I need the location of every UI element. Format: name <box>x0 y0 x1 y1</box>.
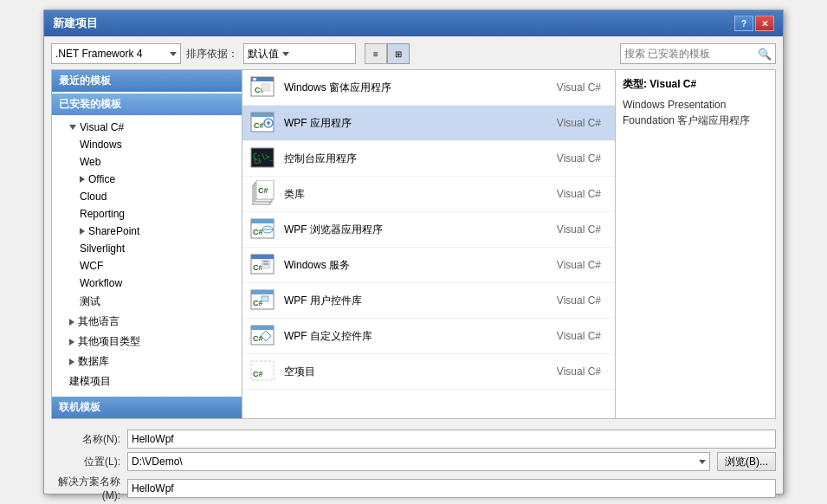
tree-item-visual-cs[interactable]: Visual C# <box>52 119 242 136</box>
svg-rect-6 <box>251 113 274 117</box>
expand-arrow-icon <box>69 319 74 326</box>
description-text: Windows Presentation Foundation 客户端应用程序 <box>623 97 768 128</box>
solution-input[interactable] <box>127 479 776 498</box>
tree-item-web[interactable]: Web <box>52 153 242 171</box>
template-item-wpf-app[interactable]: C# WPF 应用程序 Visual C# <box>242 106 615 141</box>
template-lang: Visual C# <box>557 365 601 378</box>
template-lang: Visual C# <box>557 294 601 307</box>
bottom-form: 名称(N): 位置(L): 浏览(B)... 解决方案名称(M): 为解决方案创… <box>51 424 776 504</box>
framework-select[interactable]: .NET Framework 4 <box>51 43 181 64</box>
template-name: WPF 浏览器应用程序 <box>284 223 550 237</box>
location-label: 位置(L): <box>51 455 120 469</box>
expand-arrow-icon <box>69 359 74 365</box>
main-area: 最近的模板 已安装的模板 Visual C# Windows Web <box>51 69 776 419</box>
location-dropdown-icon[interactable] <box>699 460 706 464</box>
left-panel: 最近的模板 已安装的模板 Visual C# Windows Web <box>52 70 242 418</box>
template-name: Windows 窗体应用程序 <box>284 81 550 95</box>
tree-item-other-proj[interactable]: 其他项目类型 <box>52 332 242 352</box>
tree-item-silverlight[interactable]: Silverlight <box>52 240 242 257</box>
tree-item-reporting[interactable]: Reporting <box>52 205 242 223</box>
solution-row: 解决方案名称(M): <box>51 475 776 501</box>
expand-arrow-icon <box>80 228 85 235</box>
type-label: 类型: Visual C# <box>623 77 768 92</box>
template-lang: Visual C# <box>557 223 601 236</box>
template-name: Windows 服务 <box>284 258 550 273</box>
new-project-dialog: 新建项目 ? ✕ .NET Framework 4 排序依据： 默认值 ≡ ⊞ <box>43 10 784 494</box>
template-lang: Visual C# <box>557 188 601 200</box>
sort-label: 排序依据： <box>186 47 238 61</box>
search-icon: 🔍 <box>758 48 772 61</box>
tree-item-label: SharePoint <box>88 225 139 237</box>
expand-arrow-icon <box>80 176 85 183</box>
sort-value: 默认值 <box>248 47 279 61</box>
svg-rect-31 <box>262 296 268 301</box>
tree-item-sharepoint[interactable]: SharePoint <box>52 223 242 240</box>
name-input[interactable] <box>127 430 776 449</box>
template-item-windows-service[interactable]: C# Windows 服务 Visual C# <box>242 248 615 283</box>
tree-item-wcf[interactable]: WCF <box>52 257 242 275</box>
title-bar: 新建项目 ? ✕ <box>44 10 783 36</box>
close-button[interactable]: ✕ <box>755 16 774 31</box>
template-tree: Visual C# Windows Web Office Cloud <box>52 115 242 395</box>
solution-label: 解决方案名称(M): <box>51 475 120 501</box>
template-icon: C# <box>249 109 277 137</box>
tree-item-label: Windows <box>80 139 122 151</box>
search-box[interactable]: 🔍 <box>620 43 776 64</box>
svg-rect-29 <box>251 290 274 294</box>
template-lang: Visual C# <box>557 259 601 271</box>
tree-item-label: Reporting <box>80 208 125 220</box>
top-toolbar: .NET Framework 4 排序依据： 默认值 ≡ ⊞ 🔍 <box>51 43 776 64</box>
template-lang: Visual C# <box>557 117 601 129</box>
template-name: WPF 自定义控件库 <box>284 329 550 344</box>
template-name: 控制台应用程序 <box>284 152 550 166</box>
template-icon: C# <box>249 216 277 243</box>
tree-item-database[interactable]: 数据库 <box>52 352 242 372</box>
tree-item-label: Office <box>88 173 115 185</box>
template-name: 空项目 <box>284 365 550 379</box>
sort-select[interactable]: 默认值 <box>243 43 356 64</box>
tree-item-workflow[interactable]: Workflow <box>52 275 242 292</box>
right-panel: 类型: Visual C# Windows Presentation Found… <box>615 70 775 418</box>
template-icon: C:\>_ C# <box>249 145 277 172</box>
template-icon: C# <box>249 180 277 208</box>
tree-item-label: WCF <box>80 260 103 272</box>
tree-item-test[interactable]: 测试 <box>52 292 242 312</box>
tree-item-build[interactable]: 建模项目 <box>52 372 242 391</box>
help-button[interactable]: ? <box>734 16 753 31</box>
tree-item-label: Web <box>80 156 100 168</box>
svg-rect-4 <box>262 84 270 91</box>
grid-view-button[interactable]: ⊞ <box>387 43 410 64</box>
template-item-windows-app[interactable]: C# Windows 窗体应用程序 Visual C# <box>242 70 615 106</box>
template-lang: Visual C# <box>557 152 601 165</box>
template-icon: C# <box>249 74 277 101</box>
template-icon: C# <box>249 251 277 279</box>
dialog-body: .NET Framework 4 排序依据： 默认值 ≡ ⊞ 🔍 最近的模板 <box>44 36 783 504</box>
template-lang: Visual C# <box>557 330 601 342</box>
tree-item-label: 其他语言 <box>78 314 120 329</box>
tree-item-other-lang[interactable]: 其他语言 <box>52 312 242 332</box>
list-view-button[interactable]: ≡ <box>365 43 387 64</box>
middle-panel: C# Windows 窗体应用程序 Visual C# <box>242 70 615 418</box>
location-input-wrapper <box>127 452 710 471</box>
expand-arrow-icon <box>69 125 76 130</box>
template-item-wpf-custom-ctrl[interactable]: C# WPF 自定义控件库 Visual C# <box>242 319 615 354</box>
template-icon: C# <box>249 358 277 385</box>
tree-item-office[interactable]: Office <box>52 171 242 188</box>
template-item-empty-proj[interactable]: C# 空项目 Visual C# <box>242 354 615 390</box>
template-list: C# Windows 窗体应用程序 Visual C# <box>242 70 615 418</box>
framework-value: .NET Framework 4 <box>55 48 166 60</box>
template-item-class-lib[interactable]: C# 类库 Visual C# <box>242 177 615 212</box>
location-input[interactable] <box>132 456 697 468</box>
template-item-wpf-user-ctrl[interactable]: C# WPF 用户控件库 Visual C# <box>242 283 615 319</box>
search-input[interactable] <box>624 48 754 60</box>
template-icon: C# <box>249 287 277 314</box>
tree-item-windows[interactable]: Windows <box>52 136 242 153</box>
tree-item-cloud[interactable]: Cloud <box>52 188 242 205</box>
dialog-title: 新建项目 <box>53 16 98 31</box>
template-item-wpf-browser[interactable]: C# WPF 浏览器应用程序 Visual C# <box>242 212 615 248</box>
template-item-console-app[interactable]: C:\>_ C# 控制台应用程序 Visual C# <box>242 141 615 177</box>
svg-text:C#: C# <box>253 370 263 378</box>
title-bar-buttons: ? ✕ <box>734 16 774 31</box>
tree-item-label: Visual C# <box>80 121 124 133</box>
browse-button[interactable]: 浏览(B)... <box>717 452 776 471</box>
